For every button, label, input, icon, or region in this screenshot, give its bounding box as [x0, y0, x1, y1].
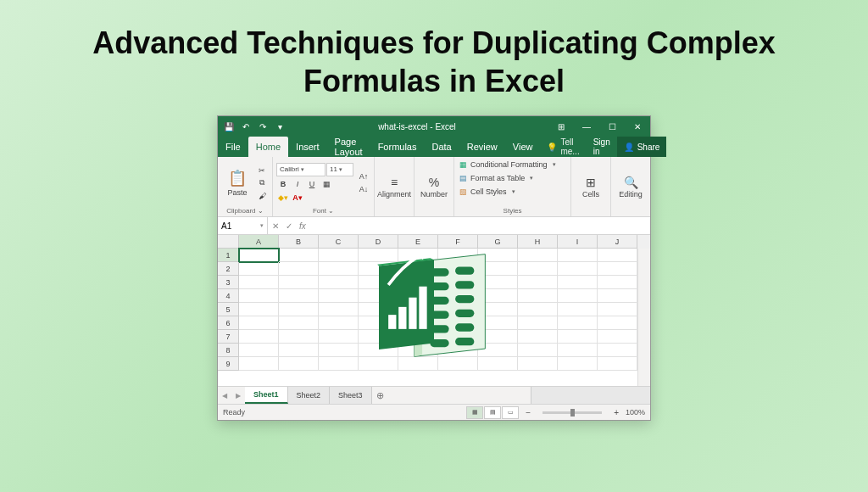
save-icon[interactable]: 💾 [223, 120, 235, 132]
cell[interactable] [398, 276, 438, 289]
cell[interactable] [359, 276, 398, 289]
cell[interactable] [359, 344, 398, 357]
cell[interactable] [598, 276, 637, 289]
col-header-b[interactable]: B [279, 235, 319, 249]
tab-file[interactable]: File [218, 137, 248, 157]
horizontal-scrollbar[interactable] [531, 387, 650, 404]
cell[interactable] [478, 303, 518, 316]
cell[interactable] [359, 249, 398, 262]
cell[interactable] [239, 303, 279, 316]
cell[interactable] [438, 289, 478, 303]
cell[interactable] [478, 330, 518, 344]
cell[interactable] [398, 330, 438, 344]
underline-button[interactable]: U [305, 178, 319, 190]
sheet-nav-next[interactable]: ▶ [231, 387, 245, 404]
formula-input[interactable] [310, 217, 650, 234]
fill-color-button[interactable]: ◆▾ [276, 192, 290, 204]
cell[interactable] [319, 276, 359, 289]
spreadsheet-grid[interactable]: A B C D E F G H I J 1 2 3 4 5 6 7 8 9 [218, 235, 650, 386]
col-header-d[interactable]: D [359, 235, 398, 249]
col-header-c[interactable]: C [319, 235, 359, 249]
cell[interactable] [239, 276, 279, 289]
alignment-button[interactable]: ≡Alignment [378, 165, 410, 209]
tell-me-search[interactable]: 💡 Tell me... [540, 137, 586, 157]
cell[interactable] [398, 303, 438, 316]
row-header-4[interactable]: 4 [218, 289, 239, 303]
sheet-tab-3[interactable]: Sheet3 [330, 387, 372, 404]
cell[interactable] [398, 262, 438, 276]
cell[interactable] [478, 262, 518, 276]
cell[interactable] [478, 276, 518, 289]
cell[interactable] [319, 357, 359, 371]
cell[interactable] [478, 357, 518, 371]
cell[interactable] [359, 262, 398, 276]
grow-font-button[interactable]: A↑ [357, 171, 370, 182]
tab-data[interactable]: Data [424, 137, 459, 157]
cell[interactable] [558, 316, 598, 330]
cell[interactable] [438, 262, 478, 276]
cell[interactable] [518, 276, 558, 289]
ribbon-options-icon[interactable]: ⊞ [548, 116, 574, 137]
cell[interactable] [279, 276, 319, 289]
cell[interactable] [359, 316, 398, 330]
cut-button[interactable]: ✂ [255, 165, 269, 176]
cell[interactable] [319, 344, 359, 357]
cell[interactable] [438, 316, 478, 330]
cells-button[interactable]: ⊞Cells [575, 165, 607, 209]
cell[interactable] [438, 330, 478, 344]
cell[interactable] [478, 289, 518, 303]
col-header-i[interactable]: I [558, 235, 598, 249]
cell-styles-button[interactable]: ▧Cell Styles▾ [459, 186, 515, 198]
cell[interactable] [239, 330, 279, 344]
tab-review[interactable]: Review [459, 137, 505, 157]
row-header-1[interactable]: 1 [218, 249, 239, 262]
sheet-tab-1[interactable]: Sheet1 [245, 387, 288, 404]
cell[interactable] [558, 330, 598, 344]
cell[interactable] [438, 249, 478, 262]
cell[interactable] [239, 316, 279, 330]
number-button[interactable]: %Number [418, 165, 450, 209]
select-all-corner[interactable] [218, 235, 239, 249]
cell[interactable] [319, 303, 359, 316]
cell[interactable] [598, 249, 637, 262]
sheet-nav-prev[interactable]: ◀ [218, 387, 231, 404]
row-header-6[interactable]: 6 [218, 316, 239, 330]
close-button[interactable]: ✕ [625, 116, 650, 137]
cell[interactable] [518, 289, 558, 303]
cell[interactable] [359, 303, 398, 316]
cell[interactable] [239, 357, 279, 371]
cell[interactable] [478, 249, 518, 262]
col-header-j[interactable]: J [598, 235, 637, 249]
tab-page-layout[interactable]: Page Layout [327, 137, 370, 157]
cell[interactable] [398, 289, 438, 303]
copy-button[interactable]: ⧉ [255, 177, 269, 189]
border-button[interactable]: ▦ [320, 178, 333, 190]
undo-icon[interactable]: ↶ [240, 120, 252, 132]
cell[interactable] [558, 276, 598, 289]
cell[interactable] [598, 303, 637, 316]
cell[interactable] [398, 357, 438, 371]
row-header-3[interactable]: 3 [218, 276, 239, 289]
cell[interactable] [518, 303, 558, 316]
row-header-9[interactable]: 9 [218, 357, 239, 371]
cell[interactable] [598, 344, 637, 357]
col-header-a[interactable]: A [239, 235, 279, 249]
cell[interactable] [518, 262, 558, 276]
cell[interactable] [279, 289, 319, 303]
cell[interactable] [558, 357, 598, 371]
tab-view[interactable]: View [505, 137, 541, 157]
cell[interactable] [598, 289, 637, 303]
row-header-5[interactable]: 5 [218, 303, 239, 316]
cell[interactable] [438, 357, 478, 371]
cell[interactable] [478, 344, 518, 357]
cell[interactable] [438, 276, 478, 289]
cell[interactable] [558, 262, 598, 276]
cell[interactable] [598, 316, 637, 330]
cell[interactable] [359, 330, 398, 344]
cell[interactable] [239, 262, 279, 276]
format-painter-button[interactable]: 🖌 [255, 190, 269, 202]
cell[interactable] [239, 289, 279, 303]
sign-in-link[interactable]: Sign in [587, 137, 617, 157]
conditional-formatting-button[interactable]: ▦Conditional Formatting▾ [459, 159, 556, 171]
shrink-font-button[interactable]: A↓ [357, 183, 370, 195]
